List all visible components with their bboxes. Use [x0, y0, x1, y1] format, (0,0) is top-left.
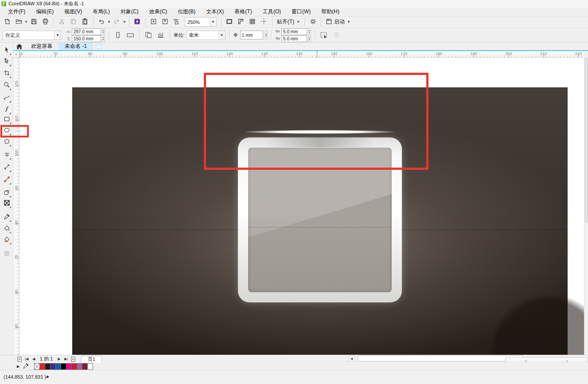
shape-tool[interactable]	[2, 57, 12, 67]
page-preset-select[interactable]: 自定义 ▼	[3, 31, 61, 40]
ruler-origin-corner[interactable]: ⌖	[13, 51, 19, 58]
landscape-button[interactable]	[125, 30, 136, 40]
connector-tool[interactable]	[2, 175, 12, 185]
open-button[interactable]	[13, 17, 24, 27]
portrait-button[interactable]	[113, 30, 123, 40]
interactive-fill-tool[interactable]	[2, 224, 12, 234]
rectangle-tool[interactable]	[2, 115, 12, 125]
transparency-tool[interactable]	[2, 199, 12, 208]
vertical-ruler[interactable]: 1201101009080706050	[13, 58, 19, 355]
options-button[interactable]	[308, 17, 318, 27]
treat-as-filled-button[interactable]	[319, 30, 329, 40]
cut-button	[57, 17, 67, 27]
status-flyout-arrow[interactable]: ▶	[47, 375, 49, 379]
units-select[interactable]: 毫米 ▼	[187, 31, 226, 40]
menu-edit[interactable]: 编辑(E)	[31, 8, 59, 16]
grid-icon	[249, 18, 256, 26]
color-eyedropper-tool[interactable]	[2, 212, 12, 222]
save-button[interactable]	[29, 17, 39, 27]
previous-page-button[interactable]: ◀	[30, 356, 37, 362]
hscroll-left-arrow[interactable]: ◀	[348, 356, 355, 361]
menu-text[interactable]: 文本(X)	[201, 8, 229, 16]
duplicate-x-spinner[interactable]: ▴▾	[308, 28, 311, 35]
all-pages-button[interactable]	[143, 30, 154, 40]
chevron-down-icon[interactable]: ▼	[24, 20, 28, 24]
vertical-scrollbar[interactable]	[584, 58, 588, 355]
menu-window[interactable]: 窗口(W)	[286, 8, 316, 16]
pdf-button[interactable]: PDF	[171, 17, 182, 27]
duplicate-y-spinner[interactable]: ▴▾	[308, 35, 311, 42]
artistic-media-tool[interactable]	[2, 105, 12, 115]
zoom-tool[interactable]	[2, 81, 12, 90]
palette-flyout-arrow[interactable]: ▶	[17, 364, 19, 368]
page-height-field[interactable]: 150.0 mm	[72, 35, 101, 42]
vruler-label: 50	[14, 323, 19, 329]
print-button[interactable]	[40, 17, 51, 27]
fullscreen-preview-button[interactable]	[224, 17, 235, 27]
crop-tool[interactable]	[2, 69, 12, 78]
vertical-scrollbar-thumb[interactable]	[585, 58, 588, 223]
drop-shadow-tool[interactable]	[2, 188, 12, 198]
menu-bitmaps[interactable]: 位图(B)	[172, 8, 201, 16]
dimension-icon	[4, 164, 10, 172]
smart-fill-tool[interactable]	[2, 235, 12, 245]
polygon-icon	[4, 138, 10, 146]
text-tool[interactable]: 字	[2, 150, 12, 160]
snap-to-dropdown[interactable]: 贴齐(T)▼	[275, 18, 302, 26]
horizontal-ruler[interactable]: 6070809010011012013014015016017018019020…	[19, 51, 584, 58]
menu-view[interactable]: 视图(V)	[59, 8, 87, 16]
copy-icon	[70, 18, 77, 26]
last-page-button[interactable]: ▶|	[62, 356, 70, 362]
chevron-down-icon: ▼	[296, 20, 300, 24]
import-button[interactable]	[148, 17, 159, 27]
home-tab-button[interactable]	[13, 43, 25, 50]
freehand-tool[interactable]	[2, 93, 12, 103]
palette-eyedropper-icon[interactable]	[23, 363, 29, 370]
export-button[interactable]	[160, 17, 171, 27]
menu-layout[interactable]: 布局(L)	[87, 8, 115, 16]
page-height-spinner[interactable]: ▴▾	[102, 35, 105, 42]
page-width-spinner[interactable]: ▴▾	[102, 28, 105, 35]
polygon-tool[interactable]	[2, 137, 12, 147]
zoom-level-select[interactable]: 250%▼	[185, 17, 217, 27]
duplicate-y-field[interactable]: 5.0 mm	[281, 35, 307, 42]
first-page-button[interactable]: |◀	[23, 356, 30, 362]
nudge-spinner[interactable]: ▴▾	[265, 31, 268, 39]
chevron-down-icon[interactable]: ▼	[107, 20, 111, 24]
zoom-icon	[4, 82, 10, 90]
show-guidelines-button[interactable]	[259, 17, 269, 27]
chevron-down-icon: ▼	[210, 18, 216, 26]
show-rulers-button[interactable]	[236, 17, 246, 27]
undo-button[interactable]	[96, 17, 107, 27]
add-page-after-button[interactable]	[70, 356, 77, 362]
application-launcher-dropdown[interactable]: 启动▼	[324, 18, 352, 26]
tab-welcome-screen[interactable]: 欢迎屏幕	[25, 43, 58, 50]
add-page-before-button[interactable]	[16, 356, 23, 362]
menu-file[interactable]: 文件(F)	[3, 8, 31, 16]
tab-untitled-document[interactable]: 未命名 -1	[58, 43, 93, 50]
duplicate-x-field[interactable]: 5.0 mm	[281, 28, 307, 35]
menu-tools[interactable]: 工具(O)	[257, 8, 286, 16]
color-swatch[interactable]	[87, 363, 93, 370]
freehand-icon	[4, 94, 10, 102]
menu-table[interactable]: 表格(T)	[229, 8, 257, 16]
duplicate-x-icon: ⧉x	[275, 29, 280, 34]
dimension-tool[interactable]	[2, 163, 12, 172]
page-1-tab[interactable]: 页1	[81, 356, 103, 363]
shape-icon	[4, 58, 10, 66]
new-document-button[interactable]	[2, 17, 12, 27]
horizontal-scrollbar-thumb[interactable]	[358, 355, 523, 361]
pick-tool[interactable]	[2, 46, 12, 55]
search-content-button[interactable]	[132, 17, 143, 27]
nudge-field[interactable]: 1 mm	[240, 31, 263, 39]
paste-button[interactable]	[80, 17, 90, 27]
menu-effects[interactable]: 效果(C)	[144, 8, 173, 16]
menu-help[interactable]: 帮助(H)	[316, 8, 345, 16]
next-page-button[interactable]: ▶	[55, 356, 62, 362]
menu-object[interactable]: 对象(C)	[115, 8, 144, 16]
chevron-down-icon[interactable]: ▼	[123, 20, 126, 24]
page-width-field[interactable]: 297.0 mm	[72, 28, 101, 35]
current-page-button[interactable]	[156, 30, 166, 40]
show-grid-button[interactable]	[247, 17, 258, 27]
new-tab-button[interactable]	[96, 44, 102, 49]
